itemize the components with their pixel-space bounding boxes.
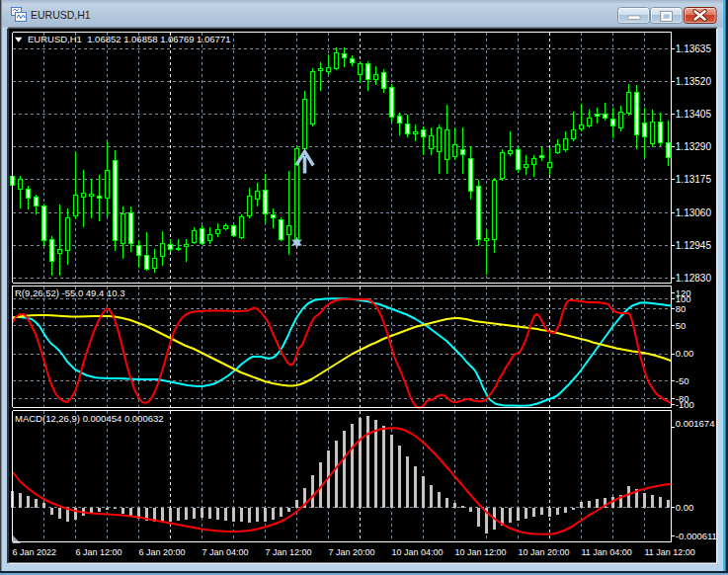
svg-text:0.00: 0.00 xyxy=(676,502,694,513)
svg-text:1.12830: 1.12830 xyxy=(676,273,712,284)
svg-text:11 Jan 12:00: 11 Jan 12:00 xyxy=(645,547,695,557)
svg-text:1.13175: 1.13175 xyxy=(676,174,712,185)
svg-text:1.13635: 1.13635 xyxy=(676,43,712,54)
svg-text:50: 50 xyxy=(676,320,687,331)
svg-text:0.00: 0.00 xyxy=(676,348,694,359)
svg-text:80: 80 xyxy=(676,303,687,314)
svg-text:6 Jan 12:00: 6 Jan 12:00 xyxy=(76,547,122,557)
svg-text:1.13290: 1.13290 xyxy=(676,141,712,152)
svg-text:11 Jan 04:00: 11 Jan 04:00 xyxy=(582,547,632,557)
svg-text:-50: -50 xyxy=(676,375,689,386)
svg-text:0.001674: 0.001674 xyxy=(676,418,715,429)
svg-text:10 Jan 20:00: 10 Jan 20:00 xyxy=(519,547,570,557)
svg-text:MACD(12,26,9) 0.000454 0.00063: MACD(12,26,9) 0.000454 0.000632 xyxy=(15,413,164,424)
svg-text:10 Jan 12:00: 10 Jan 12:00 xyxy=(455,547,507,557)
svg-text:-100: -100 xyxy=(676,399,694,410)
svg-text:10 Jan 04:00: 10 Jan 04:00 xyxy=(392,547,444,557)
svg-text:1.13405: 1.13405 xyxy=(676,109,712,120)
svg-text:EURUSD,H1: EURUSD,H1 xyxy=(31,9,91,21)
svg-text:7 Jan 04:00: 7 Jan 04:00 xyxy=(202,547,249,557)
svg-text:6 Jan 20:00: 6 Jan 20:00 xyxy=(139,547,186,557)
svg-text:7 Jan 12:00: 7 Jan 12:00 xyxy=(266,547,312,557)
svg-text:1.12945: 1.12945 xyxy=(676,240,712,251)
svg-text:1.13060: 1.13060 xyxy=(676,207,712,218)
svg-text:EURUSD,H1 1.06852 1.06858 1.0: EURUSD,H1 1.06852 1.06858 1.06769 1.0677… xyxy=(28,34,230,44)
svg-text:7 Jan 20:00: 7 Jan 20:00 xyxy=(329,547,375,557)
svg-text:R(9,26,52) -55.0 49.4 10.3: R(9,26,52) -55.0 49.4 10.3 xyxy=(15,288,124,298)
svg-text:6 Jan 2022: 6 Jan 2022 xyxy=(13,547,57,557)
svg-text:1.13520: 1.13520 xyxy=(676,76,712,87)
svg-text:-0.000611: -0.000611 xyxy=(676,531,717,541)
